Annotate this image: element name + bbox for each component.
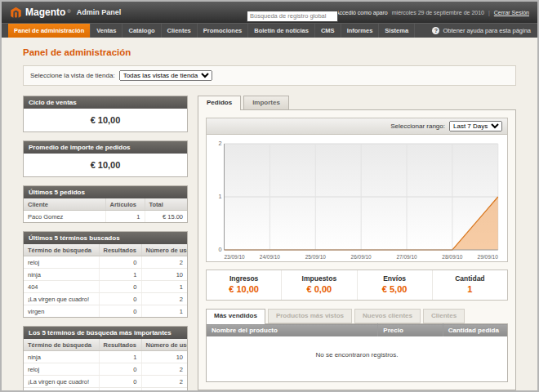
nav-item-dashboard[interactable]: Panel de administración <box>8 24 91 38</box>
store-view-switcher: Seleccione la vista de tienda: Todas las… <box>23 65 516 86</box>
column-header: Término de búsqueda <box>24 339 99 351</box>
column-header: Resultados <box>99 244 141 256</box>
search-term-row[interactable]: virgen 0 1 <box>24 305 187 318</box>
current-date: miércoles 29 de septiembre de 2010 <box>392 10 484 16</box>
logo-registered-mark: ® <box>67 9 70 14</box>
top-header: Magento ® Admin Panel Accedió como aparo… <box>2 2 537 23</box>
search-term-row[interactable]: 404 0 1 <box>24 281 187 293</box>
tab-most-viewed[interactable]: Productos más vistos <box>268 309 352 323</box>
nav-items: Panel de administración Ventas Catálogo … <box>8 24 415 38</box>
nav-item-promotions[interactable]: Promociones <box>198 24 249 38</box>
svg-text:1: 1 <box>218 194 221 201</box>
search-term-row[interactable]: ¡La virgen que cuadro! 0 2 <box>24 376 187 388</box>
column-header: Término de búsqueda <box>24 244 99 256</box>
range-label: Seleccionar rango: <box>390 122 445 130</box>
magento-logo-icon <box>10 7 22 19</box>
lifetime-sales-value: € 10,00 <box>24 109 187 131</box>
svg-text:26/09/10: 26/09/10 <box>351 254 372 260</box>
column-header: Nombre del producto <box>207 324 378 337</box>
search-uses: 2 <box>141 256 187 269</box>
tab-customers[interactable]: Clientes <box>423 309 465 323</box>
nav-item-catalog[interactable]: Catálogo <box>122 24 161 38</box>
help-link[interactable]: ? Obtener ayuda para esta página <box>432 24 531 38</box>
left-column: Ciclo de ventas € 10,00 Promedio de impo… <box>23 96 188 392</box>
search-term-row[interactable]: ¡La virgen que cuadro! 0 2 <box>24 293 187 305</box>
svg-text:2: 2 <box>218 141 221 148</box>
global-search-input[interactable] <box>247 11 338 22</box>
search-term-row[interactable]: ninja 1 10 <box>24 269 187 281</box>
top-search-title: Los 5 términos de búsqueda más important… <box>24 327 187 339</box>
nav-item-newsletter[interactable]: Boletín de noticias <box>248 24 315 38</box>
empty-message: No se encontraron registros. <box>207 336 508 382</box>
nav-item-cms[interactable]: CMS <box>315 24 341 38</box>
last-search-box: Últimos 5 términos buscados Término de b… <box>23 231 188 318</box>
column-header: Precio <box>378 324 443 337</box>
orders-chart-box: Seleccionar rango: Last 7 Days 01223/09/… <box>206 118 508 262</box>
search-results: 0 <box>99 293 141 305</box>
order-row[interactable]: Paco Gomez 1 € 15.00 <box>24 211 187 223</box>
nav-item-system[interactable]: Sistema <box>379 24 415 38</box>
table-header-row: Término de búsqueda Resultados Número de… <box>24 339 187 351</box>
top-search-table: Término de búsqueda Resultados Número de… <box>24 339 187 392</box>
separator: | <box>488 10 490 16</box>
search-term-row[interactable]: reloj 0 2 <box>24 363 187 376</box>
table-header-row: Nombre del producto Precio Cantidad pedi… <box>207 324 508 337</box>
help-label: Obtener ayuda para esta página <box>443 27 531 34</box>
tab-bestsellers[interactable]: Más vendidos <box>206 309 265 324</box>
svg-text:27/09/10: 27/09/10 <box>396 254 417 260</box>
search-results: 0 <box>99 376 141 388</box>
last-orders-title: Últimos 5 pedidos <box>24 186 187 198</box>
orders-chart: 01223/09/1024/09/1025/09/1026/09/1027/09… <box>207 135 507 261</box>
logout-link[interactable]: Cerrar Sesión <box>494 10 529 16</box>
tab-orders[interactable]: Pedidos <box>198 96 241 110</box>
order-total: € 15.00 <box>145 211 187 223</box>
last-search-table: Término de búsqueda Resultados Número de… <box>24 244 187 317</box>
dashboard-columns: Ciclo de ventas € 10,00 Promedio de impo… <box>23 96 516 392</box>
search-term-row[interactable]: reloj 0 2 <box>24 256 187 269</box>
tab-new-customers[interactable]: Nuevos clientes <box>354 309 421 323</box>
bestsellers-table: Nombre del producto Precio Cantidad pedi… <box>206 323 508 382</box>
column-header: Número de usos <box>141 339 187 351</box>
search-term-row[interactable]: 404 0 1 <box>24 388 187 392</box>
top-search-box: Los 5 términos de búsqueda más important… <box>23 326 188 392</box>
search-results: 0 <box>99 305 141 318</box>
search-term: ¡La virgen que cuadro! <box>24 293 99 305</box>
tab-amounts[interactable]: Importes <box>243 96 289 109</box>
stat-label: Ingresos <box>207 274 281 283</box>
svg-text:23/09/10: 23/09/10 <box>225 254 246 260</box>
main-navigation: Panel de administración Ventas Catálogo … <box>2 23 537 38</box>
content-area: Panel de administración Seleccione la vi… <box>2 38 537 392</box>
table-header-row: Término de búsqueda Resultados Número de… <box>24 244 187 256</box>
logo-suffix: Admin Panel <box>77 8 122 16</box>
session-info: Accedió como aparo miércoles 29 de septi… <box>336 10 529 16</box>
nav-item-customers[interactable]: Clientes <box>162 24 198 38</box>
page-title: Panel de administración <box>23 47 516 57</box>
last-orders-box: Últimos 5 pedidos Cliente Artículos Tota… <box>23 185 188 223</box>
search-uses: 2 <box>141 376 187 388</box>
search-uses: 10 <box>141 269 187 281</box>
search-term: virgen <box>24 305 99 318</box>
search-term-row[interactable]: ninja 1 10 <box>24 351 187 363</box>
stat-label: Envíos <box>358 274 432 283</box>
stat-label: Cantidad <box>433 274 507 283</box>
column-header: Total <box>145 198 187 211</box>
store-view-select[interactable]: Todas las vistas de tienda <box>119 70 212 81</box>
search-uses: 10 <box>141 351 187 363</box>
search-term: reloj <box>24 363 99 376</box>
grids-tabs: Más vendidos Productos más vistos Nuevos… <box>206 309 508 323</box>
customer-name: Paco Gomez <box>24 211 105 223</box>
help-icon: ? <box>432 27 439 34</box>
range-select[interactable]: Last 7 Days <box>449 121 502 131</box>
magento-admin-window: Magento ® Admin Panel Accedió como aparo… <box>0 0 539 392</box>
average-orders-title: Promedio de importe de pedidos <box>24 141 187 154</box>
nav-item-reports[interactable]: Informes <box>341 24 380 38</box>
stat-value: € 10,00 <box>207 284 281 294</box>
nav-item-sales[interactable]: Ventas <box>91 24 122 38</box>
diagram-tabs: Pedidos Importes <box>198 96 516 109</box>
search-uses: 1 <box>141 281 187 293</box>
last-orders-table: Cliente Artículos Total Paco Gomez 1 € 1… <box>24 198 187 222</box>
empty-row: No se encontraron registros. <box>207 336 508 382</box>
magento-logo[interactable]: Magento ® Admin Panel <box>10 7 121 19</box>
range-bar: Seleccionar rango: Last 7 Days <box>207 118 507 135</box>
search-results: 1 <box>99 269 141 281</box>
